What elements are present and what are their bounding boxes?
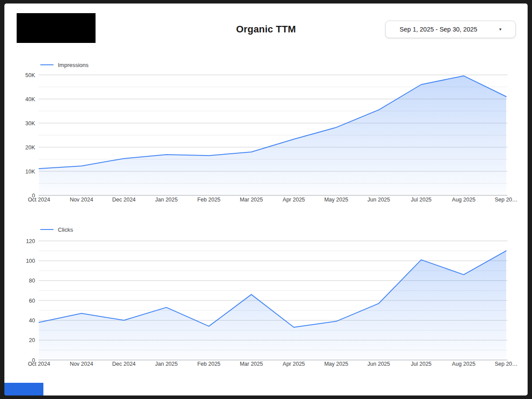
svg-text:Dec 2024: Dec 2024 — [112, 197, 136, 203]
svg-text:Feb 2025: Feb 2025 — [197, 361, 220, 367]
caret-down-icon: ▾ — [499, 27, 501, 32]
svg-text:Apr 2025: Apr 2025 — [283, 361, 305, 367]
screenshot-root: { "page": { "background": "#ffffff", "fr… — [0, 0, 532, 399]
svg-text:Dec 2024: Dec 2024 — [112, 361, 136, 367]
legend-label: Clicks — [58, 226, 73, 233]
svg-text:Nov 2024: Nov 2024 — [70, 197, 93, 203]
impressions-chart-block: 010K20K30K40K50KOct 2024Nov 2024Dec 2024… — [4, 58, 528, 212]
svg-text:Oct 2024: Oct 2024 — [28, 361, 50, 367]
svg-text:Sep 20…: Sep 20… — [495, 361, 518, 367]
svg-text:Jan 2025: Jan 2025 — [155, 197, 177, 203]
date-range-selector[interactable]: Sep 1, 2025 - Sep 30, 2025 ▾ — [385, 21, 516, 38]
svg-text:Feb 2025: Feb 2025 — [197, 197, 220, 203]
partially-visible-blue-element[interactable] — [4, 383, 43, 395]
svg-text:Jun 2025: Jun 2025 — [368, 197, 390, 203]
impressions-chart: 010K20K30K40K50KOct 2024Nov 2024Dec 2024… — [4, 58, 528, 212]
svg-text:Apr 2025: Apr 2025 — [283, 197, 305, 203]
legend-clicks: Clicks — [40, 226, 73, 233]
svg-text:100: 100 — [26, 258, 35, 264]
svg-text:Aug 2025: Aug 2025 — [452, 197, 475, 203]
svg-text:Mar 2025: Mar 2025 — [240, 197, 263, 203]
svg-text:50K: 50K — [25, 72, 35, 78]
svg-text:Jan 2025: Jan 2025 — [155, 361, 177, 367]
legend-line-swatch — [40, 64, 53, 65]
svg-text:Jul 2025: Jul 2025 — [411, 197, 432, 203]
svg-text:20: 20 — [29, 337, 35, 343]
svg-text:Sep 20…: Sep 20… — [495, 197, 518, 203]
svg-text:Mar 2025: Mar 2025 — [240, 361, 263, 367]
svg-text:20K: 20K — [25, 145, 35, 151]
svg-text:40K: 40K — [25, 96, 35, 102]
legend-label: Impressions — [58, 62, 89, 68]
legend-impressions: Impressions — [40, 61, 89, 68]
svg-text:10K: 10K — [25, 169, 35, 175]
svg-text:60: 60 — [29, 298, 35, 304]
svg-text:30K: 30K — [25, 120, 35, 127]
svg-text:Jun 2025: Jun 2025 — [368, 361, 390, 367]
date-range-label: Sep 1, 2025 - Sep 30, 2025 — [400, 26, 477, 33]
svg-text:Aug 2025: Aug 2025 — [452, 361, 475, 367]
clicks-chart: 020406080100120Oct 2024Nov 2024Dec 2024J… — [4, 222, 528, 376]
legend-line-swatch — [40, 229, 53, 230]
svg-text:40: 40 — [29, 318, 35, 324]
svg-text:Jul 2025: Jul 2025 — [411, 361, 432, 367]
svg-text:80: 80 — [29, 278, 35, 284]
svg-text:May 2025: May 2025 — [324, 197, 348, 203]
report-page: Organic TTM Sep 1, 2025 - Sep 30, 2025 ▾… — [4, 4, 528, 395]
svg-text:Nov 2024: Nov 2024 — [70, 361, 93, 367]
clicks-chart-block: 020406080100120Oct 2024Nov 2024Dec 2024J… — [4, 222, 528, 376]
svg-text:May 2025: May 2025 — [324, 361, 348, 367]
svg-text:Oct 2024: Oct 2024 — [28, 197, 50, 203]
svg-text:120: 120 — [26, 238, 35, 244]
